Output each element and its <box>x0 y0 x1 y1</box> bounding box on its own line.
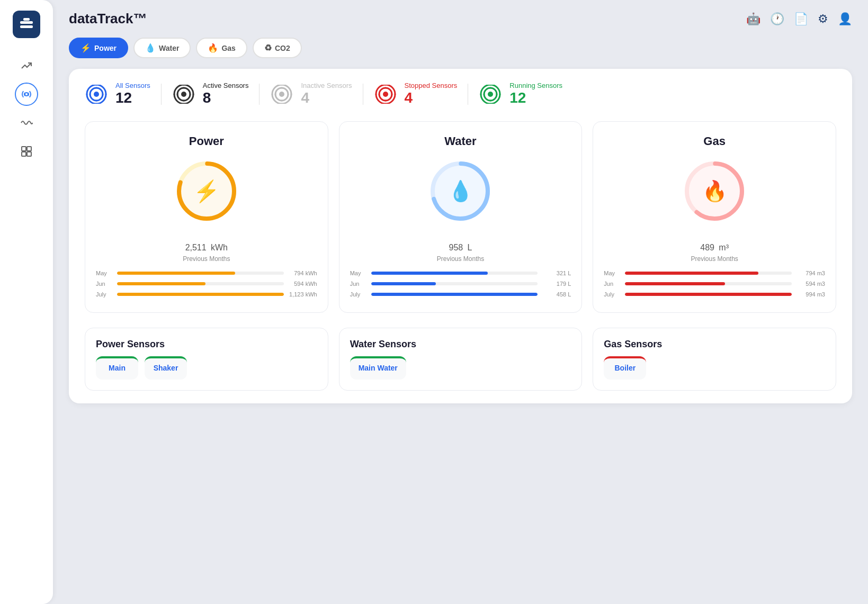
gas-bars: May 794 m3 Jun 594 m3 July <box>604 270 825 302</box>
gas-bar-jun-fill <box>625 282 725 285</box>
power-sensors-title: Power Sensors <box>96 339 317 350</box>
water-bar-may-fill <box>371 272 488 275</box>
power-bar-july: July 1,123 kWh <box>96 291 317 298</box>
water-sensors-title: Water Sensors <box>350 339 571 350</box>
water-bar-july: July 458 L <box>350 291 571 298</box>
tab-power[interactable]: ⚡ Power <box>69 38 128 58</box>
gas-gauge-icon: 🔥 <box>702 179 727 203</box>
svg-point-10 <box>279 92 284 97</box>
topbar-icons: 🤖 🕐 📄 ⚙ 👤 <box>746 12 852 26</box>
gas-tab-icon: 🔥 <box>208 43 218 53</box>
water-gauge: 💧 <box>426 157 495 226</box>
stat-all-sensors: All Sensors 12 <box>85 82 150 106</box>
co2-tab-icon: ♻ <box>264 43 272 53</box>
gas-bar-jun: Jun 594 m3 <box>604 281 825 287</box>
nav-tabs: ⚡ Power 💧 Water 🔥 Gas ♻ CO2 <box>69 38 852 58</box>
power-subtitle: Previous Months <box>183 255 230 263</box>
power-sensor-items: Main Shaker <box>96 356 317 380</box>
svg-point-8 <box>94 92 99 97</box>
svg-rect-4 <box>22 147 26 151</box>
water-bar-jun-fill <box>371 282 436 285</box>
sensor-item-boiler[interactable]: Boiler <box>604 356 646 380</box>
running-sensors-icon <box>479 85 502 104</box>
nav-trend-icon[interactable] <box>15 54 38 77</box>
stat-inactive-sensors: Inactive Sensors 4 <box>270 82 352 106</box>
nav-sensor-icon[interactable] <box>15 83 38 106</box>
svg-rect-1 <box>20 25 33 28</box>
stat-separator-2 <box>259 84 259 105</box>
gas-card-title: Gas <box>703 134 726 148</box>
nav-grid-icon[interactable] <box>15 140 38 163</box>
svg-point-3 <box>25 93 28 96</box>
gas-sensors-title: Gas Sensors <box>604 339 825 350</box>
content-area: All Sensors 12 <box>69 69 852 403</box>
tab-co2[interactable]: ♻ CO2 <box>253 38 302 58</box>
metric-cards: Power ⚡ 2,511 kWh Previous Months <box>85 121 836 313</box>
stat-running-sensors: Running Sensors 12 <box>479 82 562 106</box>
stat-separator-4 <box>468 84 468 105</box>
inactive-sensors-label: Inactive Sensors <box>301 82 352 89</box>
clock-icon[interactable]: 🕐 <box>770 12 784 26</box>
nav-wave-icon[interactable] <box>15 111 38 134</box>
tab-power-label: Power <box>94 44 117 52</box>
water-value: 958 L <box>449 236 472 254</box>
sensor-item-shaker[interactable]: Shaker <box>145 356 187 380</box>
stat-active-sensors: Active Sensors 8 <box>172 82 249 106</box>
tab-co2-label: CO2 <box>275 44 290 52</box>
tab-gas[interactable]: 🔥 Gas <box>196 38 247 58</box>
svg-rect-7 <box>27 152 31 156</box>
tab-water[interactable]: 💧 Water <box>133 38 191 58</box>
inactive-sensors-value: 4 <box>301 89 352 106</box>
sensor-item-main[interactable]: Main <box>96 356 138 380</box>
robot-icon[interactable]: 🤖 <box>746 12 760 26</box>
gas-sensor-items: Boiler <box>604 356 825 380</box>
stopped-sensors-value: 4 <box>405 89 458 106</box>
document-icon[interactable]: 📄 <box>794 12 808 26</box>
water-bars: May 321 L Jun 179 L July <box>350 270 571 302</box>
tab-water-label: Water <box>159 44 179 52</box>
svg-point-12 <box>488 92 493 97</box>
tab-gas-label: Gas <box>221 44 235 52</box>
sensor-summary: All Sensors 12 <box>85 82 836 106</box>
gas-bar-may: May 794 m3 <box>604 270 825 276</box>
all-sensors-label: All Sensors <box>115 82 150 89</box>
power-bar-may-fill <box>117 272 235 275</box>
water-sensor-items: Main Water <box>350 356 571 380</box>
stat-separator-3 <box>363 84 363 105</box>
power-bars: May 794 kWh Jun 594 kWh Ju <box>96 270 317 302</box>
sensor-panel-gas: Gas Sensors Boiler <box>593 328 836 391</box>
power-bar-july-fill <box>117 293 284 296</box>
water-gauge-icon: 💧 <box>448 179 473 203</box>
metric-card-power: Power ⚡ 2,511 kWh Previous Months <box>85 121 328 313</box>
sensor-panel-water: Water Sensors Main Water <box>339 328 583 391</box>
water-tab-icon: 💧 <box>145 43 156 53</box>
metric-card-water: Water 💧 958 L Previous Months Ma <box>339 121 583 313</box>
power-value: 2,511 kWh <box>185 236 228 254</box>
gas-gauge: 🔥 <box>680 157 749 226</box>
svg-rect-6 <box>22 152 26 156</box>
all-sensors-value: 12 <box>115 89 150 106</box>
power-bar-jun-fill <box>117 282 205 285</box>
settings-icon[interactable]: ⚙ <box>818 12 828 26</box>
gas-bar-july-fill <box>625 293 792 296</box>
stat-stopped-sensors: Stopped Sensors 4 <box>374 82 458 106</box>
metric-card-gas: Gas 🔥 489 m³ Previous Months May <box>593 121 836 313</box>
sensor-panel-power: Power Sensors Main Shaker <box>85 328 328 391</box>
sensor-item-main-water[interactable]: Main Water <box>350 356 406 380</box>
stopped-sensors-label: Stopped Sensors <box>405 82 458 89</box>
power-bar-may: May 794 kWh <box>96 270 317 276</box>
svg-rect-5 <box>27 147 31 151</box>
app-logo[interactable] <box>13 11 40 38</box>
main-content: dataTrack™ 🤖 🕐 📄 ⚙ 👤 ⚡ Power 💧 Water 🔥 G… <box>53 0 868 604</box>
svg-point-11 <box>383 92 388 97</box>
user-icon[interactable]: 👤 <box>838 12 852 26</box>
gas-bar-july: July 994 m3 <box>604 291 825 298</box>
running-sensors-label: Running Sensors <box>509 82 562 89</box>
water-bar-may: May 321 L <box>350 270 571 276</box>
water-bar-july-fill <box>371 293 538 296</box>
power-gauge: ⚡ <box>172 157 241 226</box>
sidebar <box>0 0 53 604</box>
all-sensors-icon <box>85 85 108 104</box>
svg-rect-0 <box>20 21 33 24</box>
power-bar-jun: Jun 594 kWh <box>96 281 317 287</box>
